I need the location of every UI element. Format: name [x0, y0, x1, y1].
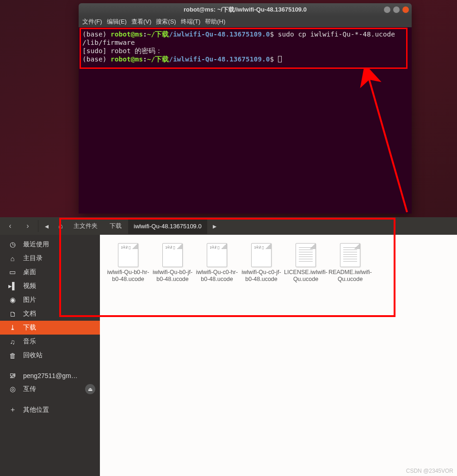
- recent-icon: ◷: [8, 240, 17, 249]
- binary-file-icon: [118, 243, 138, 267]
- nav-back-button[interactable]: ‹: [2, 218, 19, 234]
- sidebar-item-mount[interactable]: ◎互传⏏: [0, 382, 100, 396]
- videos-icon: ▸▌: [8, 282, 17, 290]
- breadcrumb-next-icon[interactable]: ▸: [208, 222, 221, 231]
- window-maximize-button[interactable]: [393, 6, 400, 13]
- sidebar-item-network[interactable]: 🖳peng27511@gm…: [0, 369, 100, 382]
- binary-file-icon: [162, 243, 183, 267]
- file-label: README.iwlwifi-Qu.ucode: [328, 269, 372, 283]
- terminal-line-1: (base) robot@ms:~/下载/iwlwifi-Qu-48.13675…: [82, 30, 408, 47]
- sidebar-item-label: 最近使用: [23, 240, 49, 249]
- file-label: iwlwifi-Qu-b0-jf-b0-48.ucode: [151, 269, 194, 283]
- file-item[interactable]: iwlwifi-Qu-c0-jf-b0-48.ucode: [240, 243, 283, 283]
- annotation-arrow: [268, 69, 412, 214]
- mount-icon: ◎: [8, 385, 17, 393]
- sidebar-item-pictures[interactable]: ◉图片: [0, 293, 100, 307]
- file-item[interactable]: iwlwifi-Qu-b0-jf-b0-48.ucode: [151, 243, 194, 283]
- file-item[interactable]: LICENSE.iwlwifi-Qu.ucode: [284, 243, 327, 283]
- menu-file[interactable]: 文件(F): [82, 18, 102, 26]
- other-icon: ＋: [8, 405, 17, 414]
- window-minimize-button[interactable]: [384, 6, 390, 13]
- menu-terminal[interactable]: 终端(T): [181, 18, 201, 26]
- menu-search[interactable]: 搜索(S): [156, 18, 176, 26]
- file-label: iwlwifi-Qu-b0-hr-b0-48.ucode: [106, 269, 150, 283]
- trash-icon: 🗑: [8, 352, 17, 360]
- file-item[interactable]: iwlwifi-Qu-b0-hr-b0-48.ucode: [106, 243, 150, 283]
- binary-file-icon: [251, 243, 272, 267]
- terminal-titlebar[interactable]: robot@ms: ~/下载/iwlwifi-Qu-48.13675109.0: [79, 3, 412, 16]
- terminal-menubar: 文件(F) 编辑(E) 查看(V) 搜索(S) 终端(T) 帮助(H): [79, 16, 412, 27]
- sidebar-item-label: 桌面: [23, 268, 36, 276]
- sidebar-item-trash[interactable]: 🗑回收站: [0, 348, 100, 362]
- sidebar-item-downloads[interactable]: ⤓下载: [0, 321, 100, 335]
- file-item[interactable]: README.iwlwifi-Qu.ucode: [328, 243, 372, 283]
- file-manager-toolbar: ‹ › ◂ ⌂ 主文件夹 下载 iwlwifi-Qu-48.13675109.0…: [0, 217, 457, 235]
- music-icon: ♫: [8, 338, 17, 346]
- sidebar-item-home[interactable]: ⌂主目录: [0, 251, 100, 265]
- menu-edit[interactable]: 编辑(E): [107, 18, 127, 26]
- eject-icon[interactable]: ⏏: [85, 384, 95, 394]
- sidebar-item-label: peng27511@gm…: [23, 372, 78, 379]
- terminal-cursor: [278, 56, 282, 62]
- breadcrumb-home[interactable]: 主文件夹: [68, 218, 103, 234]
- file-label: iwlwifi-Qu-c0-jf-b0-48.ucode: [240, 269, 283, 283]
- separator: [38, 220, 38, 232]
- nav-forward-button[interactable]: ›: [19, 218, 36, 234]
- text-file-icon: [340, 243, 360, 267]
- sidebar-item-videos[interactable]: ▸▌视频: [0, 279, 100, 293]
- sidebar-item-music[interactable]: ♫音乐: [0, 335, 100, 348]
- menu-help[interactable]: 帮助(H): [205, 18, 225, 26]
- file-label: iwlwifi-Qu-c0-hr-b0-48.ucode: [195, 269, 239, 283]
- text-file-icon: [296, 243, 316, 267]
- terminal-line-2: [sudo] robot 的密码：: [82, 47, 408, 55]
- file-manager-window: ‹ › ◂ ⌂ 主文件夹 下载 iwlwifi-Qu-48.13675109.0…: [0, 217, 457, 476]
- file-manager-content[interactable]: iwlwifi-Qu-b0-hr-b0-48.ucodeiwlwifi-Qu-b…: [100, 235, 457, 476]
- terminal-body[interactable]: (base) robot@ms:~/下载/iwlwifi-Qu-48.13675…: [79, 27, 412, 214]
- downloads-icon: ⤓: [8, 323, 17, 332]
- breadcrumb-current[interactable]: iwlwifi-Qu-48.13675109.0: [128, 218, 207, 234]
- sidebar-item-other[interactable]: ＋其他位置: [0, 403, 100, 417]
- sidebar-item-label: 互传: [23, 385, 36, 393]
- sidebar-item-label: 文档: [23, 310, 36, 318]
- svg-line-0: [368, 74, 407, 212]
- terminal-title: robot@ms: ~/下载/iwlwifi-Qu-48.13675109.0: [82, 6, 408, 14]
- sidebar-item-label: 回收站: [23, 351, 43, 360]
- desktop-icon: ▭: [8, 268, 17, 276]
- sidebar-item-label: 视频: [23, 282, 36, 290]
- breadcrumb-home-icon[interactable]: ⌂: [54, 222, 67, 230]
- window-close-button[interactable]: [402, 6, 409, 13]
- file-item[interactable]: iwlwifi-Qu-c0-hr-b0-48.ucode: [195, 243, 239, 283]
- binary-file-icon: [207, 243, 227, 267]
- watermark: CSDN @2345VOR: [406, 468, 453, 474]
- file-manager-sidebar: ◷最近使用⌂主目录▭桌面▸▌视频◉图片🗋文档⤓下载♫音乐🗑回收站🖳peng275…: [0, 235, 100, 476]
- breadcrumb-prev-icon[interactable]: ◂: [40, 222, 53, 231]
- documents-icon: 🗋: [8, 310, 17, 318]
- sidebar-item-label: 图片: [23, 296, 36, 304]
- file-label: LICENSE.iwlwifi-Qu.ucode: [284, 269, 327, 283]
- network-icon: 🖳: [8, 372, 17, 379]
- sidebar-item-desktop[interactable]: ▭桌面: [0, 265, 100, 279]
- terminal-window: robot@ms: ~/下载/iwlwifi-Qu-48.13675109.0 …: [79, 3, 412, 214]
- terminal-line-3: (base) robot@ms:~/下载/iwlwifi-Qu-48.13675…: [82, 55, 408, 63]
- sidebar-item-recent[interactable]: ◷最近使用: [0, 238, 100, 251]
- breadcrumb-downloads[interactable]: 下载: [104, 218, 127, 234]
- sidebar-item-label: 主目录: [23, 254, 43, 262]
- sidebar-item-label: 其他位置: [23, 406, 49, 414]
- pictures-icon: ◉: [8, 296, 17, 304]
- menu-view[interactable]: 查看(V): [131, 18, 151, 26]
- sidebar-item-label: 下载: [23, 323, 36, 332]
- sidebar-item-label: 音乐: [23, 337, 36, 346]
- home-icon: ⌂: [8, 255, 17, 262]
- sidebar-item-documents[interactable]: 🗋文档: [0, 307, 100, 321]
